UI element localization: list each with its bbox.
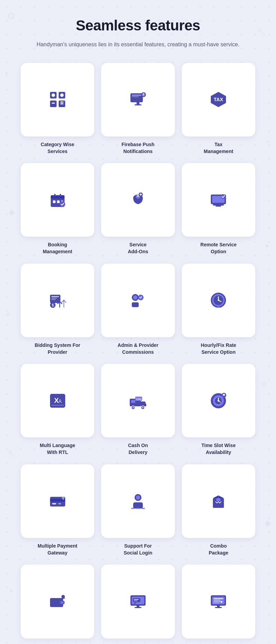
feature-item-multi-language-rtl: X A Multi LanguageWith RTL	[21, 364, 94, 456]
svg-point-75	[218, 400, 219, 401]
chat-icon	[128, 591, 148, 612]
svg-text:A: A	[58, 398, 62, 404]
svg-rect-39	[51, 296, 59, 297]
page-wrapper: ⚙ 🔧 ✦ ✦ ◆ ● ✦ ⚙ 🔧 ◆ ✦ Seamless features …	[0, 0, 276, 644]
svg-rect-80	[52, 503, 56, 504]
feature-card-multi-language-rtl: X A	[21, 364, 94, 437]
feature-item-category-wise-services: Category WiseServices	[21, 63, 94, 155]
timeslot-icon	[208, 390, 229, 411]
feature-label-multiple-payment-gateway: Multiple PaymentGateway	[36, 543, 79, 556]
deco-diamond: ◆	[9, 207, 15, 217]
feature-label-remote-service-option: Remote ServiceOption	[199, 242, 238, 255]
svg-rect-40	[51, 298, 57, 299]
language-icon: X A	[47, 390, 68, 411]
booking-icon	[47, 190, 68, 210]
svg-text:TAX: TAX	[214, 97, 224, 102]
svg-rect-25	[57, 200, 60, 203]
feature-item-multiple-payment-gateway: Multiple PaymentGateway	[21, 464, 94, 557]
feature-item-tax-management: TAX TaxManagement	[182, 63, 255, 155]
social-icon	[128, 491, 148, 511]
page-title: Seamless features	[21, 17, 255, 34]
commissions-icon	[128, 290, 148, 311]
svg-point-4	[51, 94, 55, 97]
svg-rect-10	[132, 95, 141, 96]
feature-card-remote-service-option	[182, 163, 255, 237]
svg-rect-17	[135, 104, 141, 105]
feature-label-firebase-push-notifications: Firebase PushNotifications	[120, 141, 156, 155]
feature-label-time-slot-wise-availability: Time Slot WiseAvailability	[200, 442, 237, 456]
svg-rect-91	[216, 498, 220, 501]
feature-item-booking-management: BookingManagement	[21, 163, 94, 255]
svg-rect-63	[131, 400, 135, 403]
features-grid: Category WiseServices Firebase PushNotif…	[21, 63, 255, 644]
feature-item-remote-service-option: Remote ServiceOption	[182, 163, 255, 255]
feature-item-blog-management: BlogManagement	[182, 565, 255, 644]
blog-icon	[208, 591, 229, 612]
feature-item-service-addons: ServiceAdd-Ons	[101, 163, 175, 255]
bidding-icon: $	[47, 290, 68, 311]
feature-label-service-addons: ServiceAdd-Ons	[126, 242, 149, 255]
svg-rect-41	[51, 299, 56, 300]
svg-rect-81	[58, 503, 61, 504]
svg-point-5	[60, 94, 63, 97]
svg-rect-103	[135, 607, 141, 608]
deco-star3: ✦	[9, 587, 14, 595]
feature-item-hourly-fix-rate: % Hourly/Fix RateService Option	[182, 264, 255, 356]
hourly-icon: %	[208, 290, 229, 311]
feature-card-combo-package	[182, 464, 255, 538]
svg-rect-36	[216, 206, 221, 207]
svg-point-84	[136, 495, 140, 500]
svg-rect-109	[214, 603, 219, 603]
deco-gear: ⚙	[7, 10, 16, 22]
svg-rect-38	[50, 295, 60, 303]
feature-card-blog-management	[182, 565, 255, 638]
svg-text:%: %	[217, 306, 219, 309]
feature-card-booking-management	[21, 163, 94, 237]
feature-item-admin-provider-commissions: Admin & ProviderCommissions	[101, 264, 175, 356]
svg-rect-16	[137, 102, 139, 104]
feature-item-time-slot-wise-availability: Time Slot WiseAvailability	[182, 364, 255, 456]
svg-point-15	[143, 95, 144, 96]
notification-icon	[128, 89, 148, 110]
svg-rect-24	[53, 200, 56, 203]
svg-rect-2	[50, 101, 57, 107]
deco-wrench: 🔧	[256, 28, 266, 37]
feature-card-category-wise-services	[21, 63, 94, 136]
svg-rect-101	[134, 600, 137, 601]
deco-star2: ✦	[5, 311, 10, 319]
svg-rect-8	[60, 103, 63, 104]
remote-icon	[208, 190, 229, 210]
svg-rect-6	[52, 103, 55, 104]
feature-label-booking-management: BookingManagement	[41, 242, 74, 255]
feature-card-hourly-fix-rate: %	[182, 264, 255, 337]
feature-item-firebase-push-notifications: Firebase PushNotifications	[101, 63, 175, 155]
svg-rect-47	[132, 302, 139, 307]
svg-rect-106	[214, 598, 223, 599]
svg-rect-9	[130, 93, 143, 102]
feature-item-firebase-live-chat: FirebaseLive Chat	[101, 565, 175, 644]
svg-point-56	[218, 300, 219, 301]
svg-point-48	[133, 295, 137, 300]
svg-rect-88	[141, 508, 145, 509]
combo-icon	[208, 491, 229, 511]
page-subtitle: Handyman's uniqueness lies in its essent…	[21, 40, 255, 49]
svg-rect-100	[134, 599, 139, 600]
svg-rect-99	[133, 598, 140, 602]
feature-label-hourly-fix-rate: Hourly/Fix RateService Option	[199, 342, 238, 356]
feature-label-bidding-system: Bidding System ForProvider	[33, 342, 82, 356]
svg-text:COD: COD	[136, 398, 141, 400]
svg-point-95	[61, 602, 63, 604]
feature-item-bidding-system: $ Bidding System ForProvider	[21, 264, 94, 356]
feature-label-category-wise-services: Category WiseServices	[39, 141, 76, 155]
svg-rect-87	[136, 508, 140, 509]
cod-icon: COD	[128, 390, 148, 411]
deco-gear2: ⚙	[260, 380, 267, 389]
deco-circle: ●	[265, 242, 269, 250]
feature-item-wallet-for-customer: Wallet ForCustomer	[21, 565, 94, 644]
feature-label-admin-provider-commissions: Admin & ProviderCommissions	[116, 342, 160, 356]
feature-label-support-for-social-login: Support ForSocial Login	[122, 543, 154, 556]
svg-point-82	[62, 498, 64, 500]
feature-item-support-for-social-login: Support ForSocial Login	[101, 464, 175, 557]
svg-rect-35	[213, 204, 224, 206]
svg-point-67	[142, 407, 144, 408]
